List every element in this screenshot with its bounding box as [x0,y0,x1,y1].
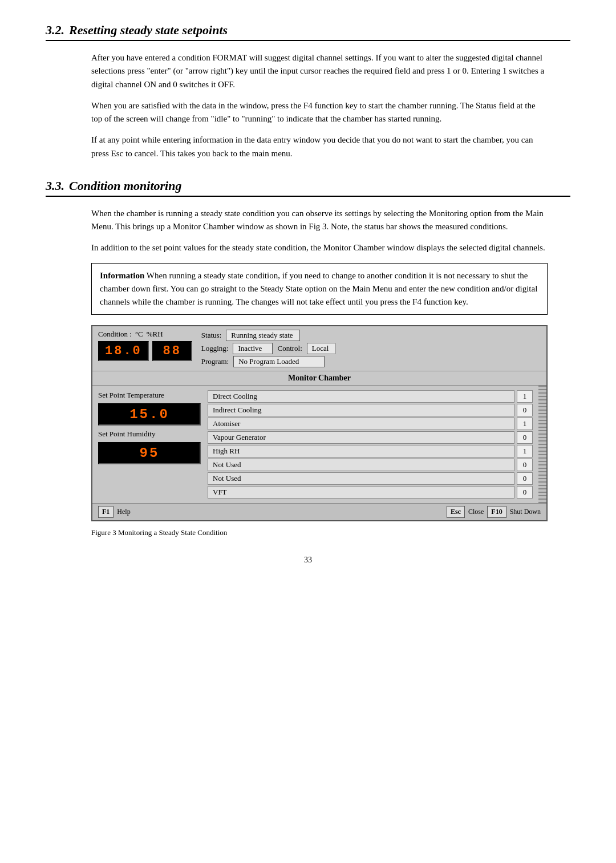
channel-value: 0 [517,459,533,471]
section-33: 3.3.Condition monitoring When the chambe… [46,179,570,538]
section-32-para1: After you have entered a condition FORMA… [91,51,548,91]
status-value: Running steady state [226,330,300,341]
section-33-content: When the chamber is running a steady sta… [91,207,548,538]
section-33-number: 3.3. [46,179,64,193]
channel-value: 1 [517,418,533,430]
monitor-content: Set Point Temperature 15.0 Set Point Hum… [92,386,538,503]
channel-row: Not Used0 [208,459,533,471]
page-number: 33 [46,556,570,565]
channel-value: 1 [517,445,533,457]
lcd-setpoint-temp: 15.0 [98,403,201,426]
control-label: Control: [277,344,302,353]
section-32-title: Resetting steady state setpoints [69,23,228,37]
condition-label: Condition : [98,330,132,339]
section-33-title: Condition monitoring [69,179,181,193]
f10-label: Shut Down [510,508,541,516]
channel-name: Direct Cooling [208,390,514,403]
f10-key[interactable]: F10 [487,506,506,518]
section-33-heading: 3.3.Condition monitoring [46,179,570,197]
info-box-label: Information [100,271,144,280]
section-32-number: 3.2. [46,23,64,37]
info-box: Information When running a steady state … [91,263,548,315]
channel-value: 0 [517,472,533,485]
section-33-para1: When the chamber is running a steady sta… [91,207,548,234]
figure-caption: Figure 3 Monitoring a Steady State Condi… [91,528,548,537]
section-32-content: After you have entered a condition FORMA… [91,51,548,160]
info-box-text: When running a steady state condition, i… [100,271,537,307]
rh-unit: %RH [147,330,163,339]
footer-bar: F1 Help Esc Close F10 Shut Down [92,503,546,520]
f1-key[interactable]: F1 [98,506,114,518]
setpoint-temp-label: Set Point Temperature [98,390,201,400]
section-32-para3: If at any point while entering informati… [91,133,548,160]
setpoint-hum-label: Set Point Humidity [98,429,201,439]
monitor-body: Set Point Temperature 15.0 Set Point Hum… [92,386,538,503]
control-value: Local [307,343,335,354]
monitor-outer-border: Condition : °C %RH 18.0 88 Status: [91,325,548,521]
section-32-heading: 3.2.Resetting steady state setpoints [46,23,570,41]
channel-value: 1 [517,390,533,403]
channel-name: Atomiser [208,418,514,430]
channel-value: 0 [517,431,533,444]
channel-name: High RH [208,445,514,457]
channel-row: VFT0 [208,486,533,499]
temp-unit: °C [135,330,143,339]
channel-row: High RH1 [208,445,533,457]
status-panel: Status: Running steady state Logging: In… [201,330,541,367]
program-row: Program: No Program Loaded [201,356,541,367]
section-33-para2: In addition to the set point values for … [91,241,548,254]
esc-key[interactable]: Esc [447,506,465,518]
program-value: No Program Loaded [233,356,325,367]
channel-row: Indirect Cooling0 [208,404,533,416]
channel-row: Direct Cooling1 [208,390,533,403]
program-label: Program: [201,357,229,366]
f1-label: Help [117,508,130,516]
channel-name: Indirect Cooling [208,404,514,416]
monitor-window: Condition : °C %RH 18.0 88 Status: [91,325,548,521]
setpoints-panel: Set Point Temperature 15.0 Set Point Hum… [98,390,201,499]
channel-name: VFT [208,486,514,499]
channel-row: Atomiser1 [208,418,533,430]
status-row: Status: Running steady state [201,330,541,341]
channels-panel: Direct Cooling1Indirect Cooling0Atomiser… [208,390,533,499]
section-32: 3.2.Resetting steady state setpoints Aft… [46,23,570,160]
scroll-bar[interactable] [538,386,546,503]
status-label: Status: [201,331,221,340]
channel-name: Not Used [208,472,514,485]
monitor-title: Monitor Chamber [92,371,546,386]
monitor-scroll-wrapper: Set Point Temperature 15.0 Set Point Hum… [92,386,546,503]
section-32-para2: When you are satisfied with the data in … [91,99,548,126]
logging-row: Logging: Inactive Control: Local [201,343,541,354]
logging-value: Inactive [233,343,273,354]
channel-row: Vapour Generator0 [208,431,533,444]
channel-name: Vapour Generator [208,431,514,444]
footer-left: F1 Help [98,506,131,518]
channel-row: Not Used0 [208,472,533,485]
esc-label: Close [468,508,484,516]
condition-panel: Condition : °C %RH 18.0 88 [98,330,192,361]
channel-name: Not Used [208,459,514,471]
logging-label: Logging: [201,344,229,353]
lcd-condition-rh: 88 [152,341,192,361]
lcd-setpoint-hum: 95 [98,442,201,464]
channel-value: 0 [517,486,533,499]
footer-right: Esc Close F10 Shut Down [447,506,541,518]
lcd-condition-temp: 18.0 [98,341,149,361]
channel-value: 0 [517,404,533,416]
